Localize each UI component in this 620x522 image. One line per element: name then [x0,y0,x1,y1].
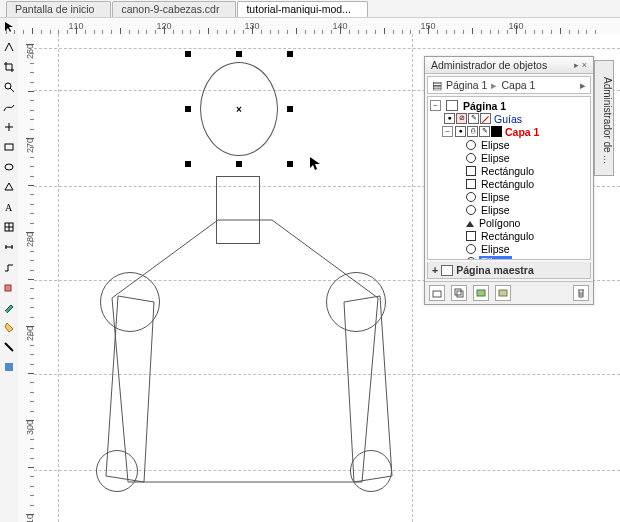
svg-rect-15 [477,290,485,296]
svg-marker-4 [5,183,13,190]
interactive-fill-tool[interactable] [2,360,16,374]
tree-object[interactable]: Rectángulo [428,177,590,190]
tab-tutorial[interactable]: tutorial-maniqui-mod... [237,1,367,17]
svg-text:A: A [5,202,13,213]
page-icon [441,265,453,276]
fill-tool[interactable] [2,320,16,334]
ruler-vertical: 260270280290300310 [18,34,35,522]
breadcrumb-separator: ▸ [491,79,497,91]
editable-icon[interactable]: ✎ [468,113,479,124]
tab-canon[interactable]: canon-9-cabezas.cdr [112,1,236,17]
visibility-icon[interactable]: ● [455,126,466,137]
tree-object[interactable]: Elipse [428,255,590,260]
tree-layer-capa1[interactable]: − ● ⎙ ✎ Capa 1 [428,125,590,138]
freehand-tool[interactable] [2,100,16,114]
docker-title-bar[interactable]: Administrador de objetos ▸ × [425,57,593,74]
tree-toggle-icon[interactable]: − [430,100,441,111]
docker-breadcrumb[interactable]: ▤ Página 1 ▸ Capa 1 ▸ [427,76,591,94]
ruler-label: 130 [244,21,259,31]
guide-vertical[interactable] [58,34,59,522]
ruler-label: 110 [68,21,83,31]
printable-icon[interactable]: ⊘ [456,113,467,124]
svg-rect-8 [5,363,13,371]
editable-icon[interactable]: ✎ [479,126,490,137]
tree-object-label: Elipse [479,152,512,164]
effects-tool[interactable] [2,280,16,294]
docker-title-text: Administrador de objetos [431,59,547,71]
tree-object[interactable]: Elipse [428,242,590,255]
guide-horizontal[interactable] [34,48,620,49]
selection-handle[interactable] [185,51,191,57]
tree-page[interactable]: − Página 1 [428,99,590,112]
mouse-cursor-icon [309,156,323,172]
shape-tool[interactable] [2,40,16,54]
shape-ellipse-head[interactable] [200,62,278,156]
shape-ellipse-left-elbow[interactable] [96,450,138,492]
object-manager-docker: Administrador de objetos ▸ × ▤ Página 1 … [424,56,594,305]
crop-tool[interactable] [2,60,16,74]
shape-ellipse-right-elbow[interactable] [350,450,392,492]
tree-object[interactable]: Rectángulo [428,164,590,177]
table-tool[interactable] [2,220,16,234]
tree-object[interactable]: Elipse [428,151,590,164]
selection-handle[interactable] [287,51,293,57]
svg-rect-2 [5,144,13,150]
tree-object[interactable]: Rectángulo [428,229,590,242]
connector-tool[interactable] [2,260,16,274]
tree-object[interactable]: Polígono [428,216,590,229]
smart-tool[interactable] [2,120,16,134]
rectangle-tool[interactable] [2,140,16,154]
layer-color-icon[interactable] [480,113,491,124]
tree-object-label: Elipse [479,191,512,203]
eyedropper-tool[interactable] [2,300,16,314]
tree-object[interactable]: Elipse [428,138,590,151]
layer-color-icon[interactable] [491,126,502,137]
docker-footer [425,281,593,304]
ruler-label: 120 [156,21,171,31]
ellipse-tool[interactable] [2,160,16,174]
tree-object-label: Rectángulo [479,165,536,177]
tab-start[interactable]: Pantalla de inicio [6,1,111,17]
zoom-tool[interactable] [2,80,16,94]
tree-master-page[interactable]: + Página maestra [427,262,591,279]
ruler-label: 140 [332,21,347,31]
selection-handle[interactable] [287,106,293,112]
layer-more-button[interactable] [495,285,511,301]
layer-options-button[interactable] [473,285,489,301]
new-master-layer-button[interactable] [451,285,467,301]
tree-capa1-label: Capa 1 [503,126,541,138]
visibility-icon[interactable]: ● [444,113,455,124]
ruler-label: 160 [508,21,523,31]
ellipse-icon [466,192,476,202]
tree-object-label: Rectángulo [479,178,536,190]
tree-object-label: Rectángulo [479,230,536,242]
selection-handle[interactable] [236,161,242,167]
dimension-tool[interactable] [2,240,16,254]
polygon-tool[interactable] [2,180,16,194]
rectangle-icon [466,166,476,176]
tree-toggle-icon[interactable]: + [432,264,438,276]
tree-layer-guides[interactable]: ● ⊘ ✎ Guías [428,112,590,125]
printable-icon[interactable]: ⎙ [467,126,478,137]
tree-toggle-icon[interactable]: − [442,126,453,137]
tree-object-label: Polígono [477,217,522,229]
delete-button[interactable] [573,285,589,301]
selection-handle[interactable] [185,161,191,167]
selection-handle[interactable] [185,106,191,112]
guide-vertical[interactable] [412,34,413,522]
svg-rect-14 [457,291,463,297]
new-layer-button[interactable] [429,285,445,301]
outline-tool[interactable] [2,340,16,354]
breadcrumb-more-icon[interactable]: ▸ [580,79,586,91]
polygon-icon [466,217,474,227]
selection-handle[interactable] [287,161,293,167]
tree-object[interactable]: Elipse [428,203,590,216]
tree-object-label: Elipse [479,204,512,216]
docker-side-tab[interactable]: Administrador de ... [594,60,614,176]
text-tool[interactable]: A [2,200,16,214]
docker-close-icon[interactable]: ▸ × [574,60,587,70]
page-icon [446,100,458,111]
svg-point-3 [5,164,13,170]
selection-handle[interactable] [236,51,242,57]
tree-object[interactable]: Elipse [428,190,590,203]
